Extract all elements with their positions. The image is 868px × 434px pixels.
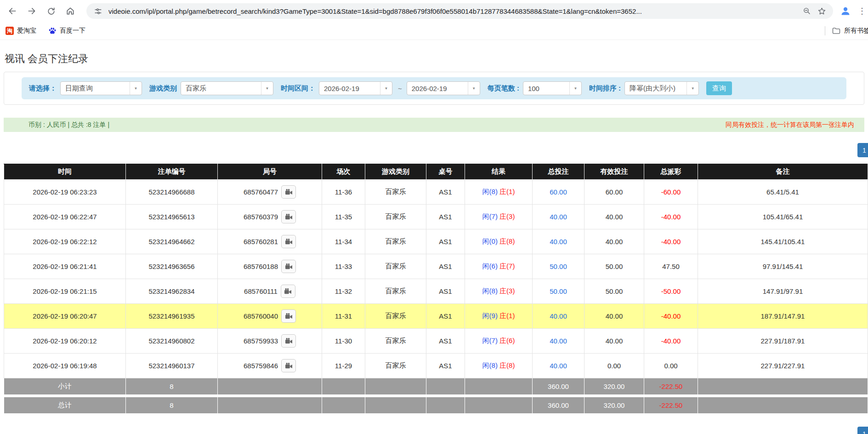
cell-round: 685759933 xyxy=(218,329,322,354)
total-bet-link[interactable]: 60.00 xyxy=(550,188,567,196)
player-result: 闲(7) xyxy=(482,212,498,220)
table-row: 2026-02-19 06:22:47523214965613685760379… xyxy=(4,205,868,229)
page-title: 视讯 会员下注纪录 xyxy=(5,52,868,66)
total-count: 8 xyxy=(126,397,218,414)
video-replay-button[interactable] xyxy=(281,260,296,273)
game-type-select[interactable]: 百家乐 ▼ xyxy=(181,81,273,95)
total-bet-link[interactable]: 50.00 xyxy=(550,263,567,270)
column-header: 注单编号 xyxy=(126,164,218,180)
cell-session: 11-35 xyxy=(322,205,365,229)
chevron-down-icon: ▼ xyxy=(569,82,581,95)
cell-game-type: 百家乐 xyxy=(365,205,426,229)
cell-total-bet: 40.00 xyxy=(533,229,584,254)
cell-table-no: AS1 xyxy=(426,254,465,279)
video-replay-button[interactable] xyxy=(281,185,296,199)
cell-game-type: 百家乐 xyxy=(365,229,426,254)
video-replay-button[interactable] xyxy=(281,285,295,298)
filter-panel: 请选择： 日期查询 ▼ 游戏类别 百家乐 ▼ 时间区间： 2026-02-19 … xyxy=(4,72,864,105)
pagination-page-1-top[interactable]: 1 xyxy=(857,143,868,157)
total-bet-link[interactable]: 40.00 xyxy=(550,238,567,246)
sort-select[interactable]: 降幂(由大到小) ▼ xyxy=(624,81,699,95)
cell-payout: -40.00 xyxy=(644,229,698,254)
cell-result: 闲(8) 庄(3) xyxy=(465,279,533,304)
cell-round: 685760111 xyxy=(218,279,322,304)
video-replay-button[interactable] xyxy=(281,334,296,348)
url-bar[interactable]: videoie.com/ipl/portal.php/game/betrecor… xyxy=(86,3,833,19)
cell-result: 闲(7) 庄(6) xyxy=(465,329,533,354)
cell-bet-id: 523214961935 xyxy=(126,304,218,329)
home-icon[interactable] xyxy=(62,3,78,19)
cell-game-type: 百家乐 xyxy=(365,329,426,354)
player-result: 闲(6) xyxy=(482,262,498,270)
date-from-value: 2026-02-19 xyxy=(319,85,380,92)
cell-note: 227.91/227.91 xyxy=(698,354,868,378)
total-bet-link[interactable]: 40.00 xyxy=(550,213,567,221)
url-text[interactable]: videoie.com/ipl/portal.php/game/betrecor… xyxy=(108,7,801,15)
query-button[interactable]: 查询 xyxy=(706,81,732,95)
cell-time: 2026-02-19 06:21:15 xyxy=(4,279,126,304)
subtotal-count: 8 xyxy=(126,378,218,395)
cell-session: 11-31 xyxy=(322,304,365,329)
grand-total-table: 总计 8 360.00 320.00 -222.50 xyxy=(4,397,868,414)
round-number: 685760111 xyxy=(244,287,278,295)
page-size-select[interactable]: 100 ▼ xyxy=(523,81,582,95)
cell-bet-id: 523214960802 xyxy=(126,329,218,354)
cell-bet-id: 523214963656 xyxy=(126,254,218,279)
sort-value: 降幂(由大到小) xyxy=(625,84,686,93)
site-info-icon[interactable] xyxy=(92,5,104,17)
banker-result: 庄(1) xyxy=(499,188,515,195)
column-header: 游戏类别 xyxy=(365,164,426,180)
cell-note: 65.41/5.41 xyxy=(698,180,868,205)
folder-icon xyxy=(832,26,841,35)
pagination-page-1-bottom[interactable]: 1 xyxy=(857,427,868,434)
video-replay-button[interactable] xyxy=(281,359,296,372)
query-type-select[interactable]: 日期查询 ▼ xyxy=(60,81,142,95)
video-replay-button[interactable] xyxy=(281,210,296,223)
player-result: 闲(0) xyxy=(482,237,498,245)
profile-icon[interactable] xyxy=(838,3,853,19)
total-label: 总计 xyxy=(4,397,126,414)
player-result: 闲(8) xyxy=(482,188,498,195)
total-bet-link[interactable]: 40.00 xyxy=(550,312,567,320)
zoom-out-icon[interactable] xyxy=(801,5,813,17)
bookmark-baidu[interactable]: 百度一下 xyxy=(48,27,85,35)
cell-time: 2026-02-19 06:21:41 xyxy=(4,254,126,279)
all-bookmarks-label: 所有书签 xyxy=(844,27,868,35)
player-result: 闲(8) xyxy=(482,361,498,369)
cell-bet-id: 523214966688 xyxy=(126,180,218,205)
star-icon[interactable] xyxy=(816,5,828,17)
cell-round: 685760281 xyxy=(218,229,322,254)
cell-session: 11-33 xyxy=(322,254,365,279)
video-replay-button[interactable] xyxy=(281,309,296,323)
cell-result: 闲(6) 庄(7) xyxy=(465,254,533,279)
kebab-menu-icon[interactable]: ⋮ xyxy=(858,6,866,16)
cell-payout: -40.00 xyxy=(644,304,698,329)
cell-result: 闲(9) 庄(1) xyxy=(465,304,533,329)
bookmark-label: 爱淘宝 xyxy=(17,27,36,35)
bookmark-taobao[interactable]: 淘 爱淘宝 xyxy=(6,27,36,35)
date-from-input[interactable]: 2026-02-19 ▼ xyxy=(319,81,392,95)
cell-result: 闲(8) 庄(1) xyxy=(465,180,533,205)
video-replay-button[interactable] xyxy=(281,235,296,248)
back-icon[interactable] xyxy=(5,3,20,19)
taobao-icon: 淘 xyxy=(6,27,14,35)
banker-result: 庄(1) xyxy=(499,312,515,320)
total-bet-link[interactable]: 40.00 xyxy=(550,362,567,370)
cell-round: 685760477 xyxy=(218,180,322,205)
reload-icon[interactable] xyxy=(43,3,59,19)
cell-time: 2026-02-19 06:23:23 xyxy=(4,180,126,205)
baidu-paw-icon xyxy=(48,27,57,35)
date-to-input[interactable]: 2026-02-19 ▼ xyxy=(407,81,480,95)
cell-note: 145.41/105.41 xyxy=(698,229,868,254)
round-number: 685759933 xyxy=(244,337,278,345)
column-header: 备注 xyxy=(698,164,868,180)
bookmarks-divider xyxy=(825,26,825,35)
total-bet-link[interactable]: 50.00 xyxy=(550,287,567,295)
forward-icon[interactable] xyxy=(24,3,40,19)
total-bet-link[interactable]: 40.00 xyxy=(550,337,567,345)
table-row: 2026-02-19 06:20:47523214961935685760040… xyxy=(4,304,868,329)
grand-total-row: 总计 8 360.00 320.00 -222.50 xyxy=(4,397,868,414)
all-bookmarks-button[interactable]: 所有书签 xyxy=(832,26,868,35)
subtotal-label: 小计 xyxy=(4,378,126,395)
bookmark-label: 百度一下 xyxy=(60,27,85,35)
